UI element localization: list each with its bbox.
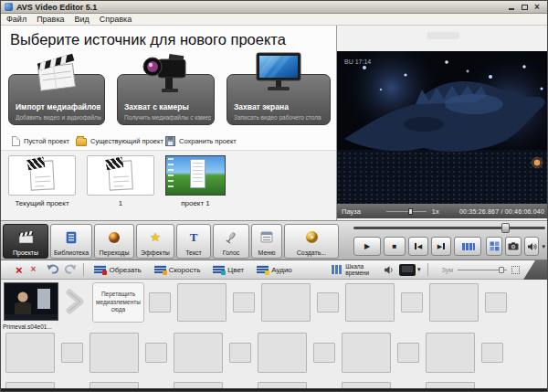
transition-arrow-icon[interactable] <box>61 287 89 320</box>
speed-button[interactable]: Скорость <box>151 263 205 276</box>
snapshot-button[interactable] <box>505 237 522 256</box>
import-media-title: Импорт медиафайлов <box>16 102 100 111</box>
tab-create[interactable]: Создать... <box>284 224 339 259</box>
clip-slot[interactable] <box>5 382 55 388</box>
transition-slot[interactable] <box>145 343 167 363</box>
capture-camera-button[interactable]: Захват с камеры Получить медиафайлы с ка… <box>117 74 215 125</box>
clip-slot[interactable] <box>258 382 307 388</box>
welcome-title: Выберите источник для нового проекта <box>10 31 286 48</box>
timescale-toggle[interactable]: Шкала времени <box>331 263 384 277</box>
timescale-label: Шкала времени <box>345 263 384 277</box>
capture-screen-button[interactable]: Захват экрана Записать видео рабочего ст… <box>227 74 331 125</box>
delete-all-button[interactable]: × <box>31 265 37 274</box>
clip-slot[interactable] <box>177 283 227 322</box>
transition-slot[interactable] <box>313 343 335 363</box>
capture-camera-title: Захват с камеры <box>124 102 210 111</box>
clip-slot[interactable] <box>429 283 479 322</box>
close-button[interactable]: × <box>531 2 543 12</box>
clip-slot[interactable] <box>342 382 391 388</box>
transition-slot[interactable] <box>401 292 423 313</box>
clip-slot[interactable] <box>90 333 139 373</box>
welcome-panel: Выберите источник для нового проекта <box>1 26 337 220</box>
project-file-icon <box>29 160 55 190</box>
transport-more-dropdown[interactable]: ▾ <box>542 243 545 250</box>
clip-thumbnail <box>5 283 58 320</box>
undo-icon <box>47 264 59 274</box>
clip-slot[interactable] <box>258 333 307 373</box>
clip-slot[interactable] <box>426 333 475 373</box>
tab-menu[interactable]: Меню <box>251 224 282 259</box>
speed-slider-handle[interactable] <box>408 208 413 215</box>
previous-frame-button[interactable]: ◀ <box>408 237 428 256</box>
next-frame-button[interactable]: ▶ <box>431 237 451 256</box>
volume-button[interactable] <box>524 237 539 256</box>
tab-library[interactable]: Библиотека <box>50 224 92 259</box>
tab-transitions[interactable]: Переходы <box>94 224 134 259</box>
play-button[interactable]: ▶ <box>353 237 381 256</box>
menu-help[interactable]: Справка <box>100 15 132 24</box>
tab-voice-label: Голос <box>223 249 240 256</box>
clip-slot[interactable] <box>345 283 395 322</box>
capture-camera-subtitle: Получить медиафайлы с камеры <box>124 114 211 121</box>
mute-speaker-icon[interactable] <box>384 265 395 275</box>
project-proekt1-card[interactable] <box>165 155 226 196</box>
transition-slot[interactable] <box>397 343 419 363</box>
library-icon <box>65 225 78 249</box>
undo-button[interactable] <box>47 261 59 278</box>
existing-project-button[interactable]: Существующий проект <box>76 136 163 146</box>
tab-effects[interactable]: ★ Эффекты <box>136 224 174 259</box>
zoom-slider-handle[interactable] <box>499 267 504 273</box>
clip-slot[interactable] <box>174 333 223 373</box>
storyboard-row-3 <box>5 381 548 388</box>
delete-clip-button[interactable]: × <box>16 264 23 276</box>
clip-slot[interactable] <box>90 382 139 388</box>
chevron-down-icon: ▾ <box>417 266 421 273</box>
seek-slider-handle[interactable] <box>501 223 510 233</box>
stop-button[interactable]: ■ <box>384 237 406 256</box>
storyboard-clip[interactable] <box>4 282 58 321</box>
tab-projects[interactable]: Проекты <box>3 224 48 259</box>
fullscreen-button[interactable] <box>486 237 502 256</box>
audio-button[interactable]: Аудио <box>253 263 296 276</box>
clip-slot[interactable] <box>342 333 391 373</box>
clip-slot[interactable] <box>426 382 475 388</box>
video-preview[interactable]: BU 17:14 <box>337 51 548 204</box>
screen-select-dropdown[interactable]: ▾ <box>399 264 421 276</box>
transition-slot[interactable] <box>481 343 503 363</box>
save-project-button[interactable]: Сохранить проект <box>165 136 237 146</box>
trim-button[interactable]: Обрезать <box>90 263 144 276</box>
speed-slider[interactable] <box>386 207 427 215</box>
drop-media-hint[interactable]: Перетащить медиаэлементы сюда <box>92 282 144 323</box>
clip-slot[interactable] <box>5 333 55 373</box>
redo-button[interactable] <box>64 261 77 278</box>
empty-project-button[interactable]: Пустой проект <box>12 136 69 146</box>
menu-view[interactable]: Вид <box>75 15 90 24</box>
transition-slot[interactable] <box>61 343 83 363</box>
preview-header <box>337 26 548 51</box>
fit-timeline-icon[interactable] <box>511 266 520 274</box>
seek-slider[interactable] <box>353 223 545 233</box>
split-button[interactable] <box>454 237 481 256</box>
project-file-icon <box>108 160 133 190</box>
app-window: AVS Video Editor 5.1 × Файл Правка Вид С… <box>0 0 548 392</box>
clip-slot[interactable] <box>174 382 223 388</box>
menu-file[interactable]: Файл <box>6 15 26 24</box>
toolbar-corner <box>523 260 548 280</box>
transition-slot[interactable] <box>149 292 171 313</box>
transition-slot[interactable] <box>233 292 255 313</box>
menu-edit[interactable]: Правка <box>37 15 64 24</box>
tab-voice[interactable]: Голос <box>213 224 249 259</box>
import-media-button[interactable]: Импорт медиафайлов Добавить видео и ауди… <box>8 74 105 125</box>
project-current-card[interactable] <box>8 155 76 196</box>
timeline-zoom-slider[interactable] <box>458 266 507 274</box>
tab-text[interactable]: T Текст <box>176 224 211 259</box>
clip-slot[interactable] <box>261 283 311 322</box>
transition-slot[interactable] <box>485 292 507 313</box>
project-1-card[interactable] <box>87 155 154 196</box>
storyboard-area: Primeval.s04e01... Перетащить медиаэлеме… <box>1 280 548 388</box>
color-button[interactable]: Цвет <box>209 263 248 276</box>
maximize-button[interactable] <box>518 2 531 12</box>
transition-slot[interactable] <box>317 292 339 313</box>
minimize-button[interactable] <box>505 2 518 12</box>
transition-slot[interactable] <box>229 343 251 363</box>
